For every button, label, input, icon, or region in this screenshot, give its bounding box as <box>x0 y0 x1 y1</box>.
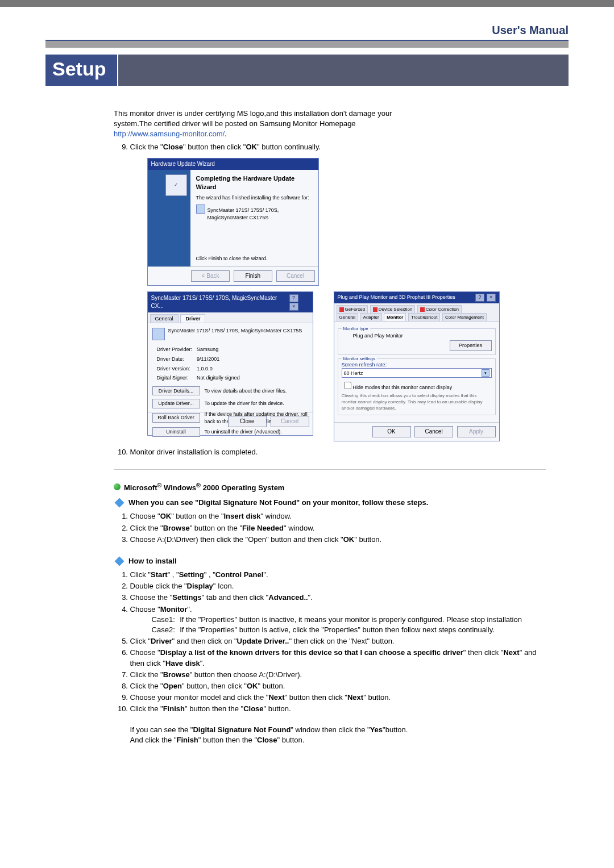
hardware-update-wizard-shot: Hardware Update Wizard ✓ Completing the … <box>147 158 319 286</box>
driver-props-titlebar: SyncMaster 171S/ 175S/ 170S, MagicSyncMa… <box>148 292 313 312</box>
pnp-ok-button[interactable]: OK <box>372 426 411 437</box>
content: This monitor driver is under certifying … <box>114 108 546 745</box>
wizard-device: SyncMaster 171S/ 175S/ 170S, MagicSyncMa… <box>208 207 313 221</box>
pnp-title: Plug and Play Monitor and 3D Prophet III… <box>338 294 455 301</box>
intro-line2: system.The certified driver will be post… <box>114 119 356 128</box>
setup-side-fill <box>118 55 569 86</box>
step-10: Monitor driver installation is completed… <box>130 447 546 457</box>
wizard-hint: Click Finish to close the wizard. <box>196 255 313 262</box>
dsig-step-2: Click the "Browse" button on the "File N… <box>130 523 546 533</box>
rollback-driver-button[interactable]: Roll Back Driver <box>152 413 200 423</box>
top-gray-bar <box>0 0 614 7</box>
install-step-3: Choose the "Settings" tab and then click… <box>130 592 546 603</box>
update-driver-button[interactable]: Update Driver... <box>152 399 200 408</box>
driver-props-title: SyncMaster 171S/ 175S/ 170S, MagicSyncMa… <box>151 294 289 310</box>
driver-properties-shot: SyncMaster 171S/ 175S/ 170S, MagicSyncMa… <box>147 291 313 436</box>
dsig-step-3: Choose A:(D:\Driver) then click the "Ope… <box>130 535 546 545</box>
gear-icon <box>114 557 125 565</box>
wizard-finish-button[interactable]: Finish <box>234 270 272 282</box>
intro-line1: This monitor driver is under certifying … <box>114 109 392 118</box>
setup-title: Setup <box>45 55 117 86</box>
pnp-properties-shot: Plug and Play Monitor and 3D Prophet III… <box>334 291 500 442</box>
help-icon[interactable]: ? <box>289 294 298 302</box>
window-buttons: ? × <box>289 294 309 311</box>
tab-driver[interactable]: Driver <box>180 314 205 323</box>
case1: Case1: If the "Properties" button is ina… <box>152 615 546 625</box>
driver-close-button[interactable]: Close <box>228 416 267 427</box>
step9-shots: Hardware Update Wizard ✓ Completing the … <box>147 158 546 442</box>
pnp-titlebar: Plug and Play Monitor and 3D Prophet III… <box>334 292 499 303</box>
install-step-2: Double click the "Display" Icon. <box>130 581 546 591</box>
wizard-icon: ✓ <box>165 174 187 196</box>
wizard-heading: Completing the Hardware Update Wizard <box>196 174 313 192</box>
pnp-apply-button: Apply <box>457 426 496 437</box>
hide-modes-checkbox[interactable] <box>344 382 351 389</box>
dsig-step-1: Choose "OK" button on the "Insert disk" … <box>130 511 546 521</box>
install-step-5: Click "Driver" and then click on "Update… <box>130 636 546 646</box>
tab-general[interactable]: General <box>150 314 179 323</box>
step-9: Click the "Close" button then click "OK"… <box>130 142 546 442</box>
close-icon[interactable]: × <box>487 294 496 302</box>
driver-details-button[interactable]: Driver Details... <box>152 386 200 396</box>
install-step-4: Choose "Monitor". Case1: If the "Propert… <box>130 604 546 636</box>
close-icon[interactable]: × <box>289 303 298 311</box>
step9-list: Click the "Close" button then click "OK"… <box>114 142 546 458</box>
monitor-icon <box>342 331 351 340</box>
pnp-cancel-button[interactable]: Cancel <box>414 426 453 437</box>
tab-color-correction[interactable]: Color Correction <box>417 305 462 313</box>
install-step-6: Choose "Display a list of the known driv… <box>130 648 546 668</box>
section-divider <box>114 469 546 470</box>
monitor-icon <box>152 328 165 340</box>
dsig-steps: Choose "OK" button on the "Insert disk" … <box>114 511 546 545</box>
help-icon[interactable]: ? <box>475 294 484 302</box>
refresh-label: Screen refresh rate: <box>342 361 492 369</box>
install-step-1: Click "Start" , "Setting" , "Control Pan… <box>130 570 546 580</box>
tab-monitor[interactable]: Monitor <box>384 313 406 321</box>
wizard-back-button: < Back <box>191 270 230 282</box>
tab-adapter[interactable]: Adapter <box>360 313 382 321</box>
bullet-icon <box>114 483 121 490</box>
tab-geforce3[interactable]: GeForce3 <box>337 305 368 313</box>
digital-signature-heading: When you can see "Digital Signature Not … <box>114 498 546 508</box>
pnp-properties-button[interactable]: Properties <box>450 340 492 351</box>
header-gray-bar <box>45 41 569 48</box>
case2: Case2: If the "Properties" button is act… <box>152 625 546 635</box>
driver-cancel-button: Cancel <box>271 416 309 427</box>
tab-color-mgmt[interactable]: Color Management <box>442 313 487 321</box>
how-to-install-heading: How to install <box>114 556 546 566</box>
os-2000-heading: Microsoft® Windows® 2000 Operating Syste… <box>114 481 546 494</box>
tab-general2[interactable]: General <box>337 313 358 321</box>
window-buttons: ? × <box>475 294 496 302</box>
install-step-10: Click the "Finish" button then the "Clos… <box>130 704 546 745</box>
gear-icon <box>114 499 125 507</box>
wizard-cancel-button: Cancel <box>276 270 315 282</box>
monitor-type-fieldset: Monitor type Plug and Play Monitor Prope… <box>338 328 496 355</box>
monitor-settings-fieldset: Monitor settings Screen refresh rate: 60… <box>338 358 496 416</box>
driver-info-table: Driver Provider:Samsung Driver Date:9/11… <box>156 345 244 383</box>
install-step-8: Click the "Open" button, then click "OK"… <box>130 681 546 691</box>
intro-text: This monitor driver is under certifying … <box>114 108 546 140</box>
setup-banner: Setup <box>45 55 569 86</box>
refresh-dropdown[interactable]: 60 Hertz ▾ <box>342 368 492 378</box>
pnp-device: Plug and Play Monitor <box>353 332 492 340</box>
wizard-titlebar: Hardware Update Wizard <box>148 158 318 170</box>
install-step-7: Click the "Browse" button then choose A:… <box>130 670 546 680</box>
header-area: User's Manual <box>0 7 614 38</box>
wizard-side-graphic: ✓ <box>148 170 190 266</box>
users-manual-label: User's Manual <box>492 24 569 36</box>
samsung-link[interactable]: http://www.samsung-monitor.com/ <box>114 130 225 138</box>
chevron-down-icon[interactable]: ▾ <box>482 369 489 377</box>
driver-device: SyncMaster 171S/ 175S/ 170S, MagicSyncMa… <box>168 328 302 335</box>
tab-device-selection[interactable]: Device Selection <box>370 305 416 313</box>
monitor-icon <box>196 205 205 214</box>
tab-troubleshoot[interactable]: Troubleshoot <box>408 313 440 321</box>
wizard-title: Hardware Update Wizard <box>151 160 215 168</box>
hide-modes-hint: Clearing this check box allows you to se… <box>342 393 492 412</box>
install-steps: Click "Start" , "Setting" , "Control Pan… <box>114 570 546 745</box>
install-step-9: Choose your monitor model and click the … <box>130 692 546 703</box>
uninstall-button[interactable]: Uninstall <box>152 427 200 437</box>
wizard-sub: The wizard has finished installing the s… <box>196 194 313 202</box>
